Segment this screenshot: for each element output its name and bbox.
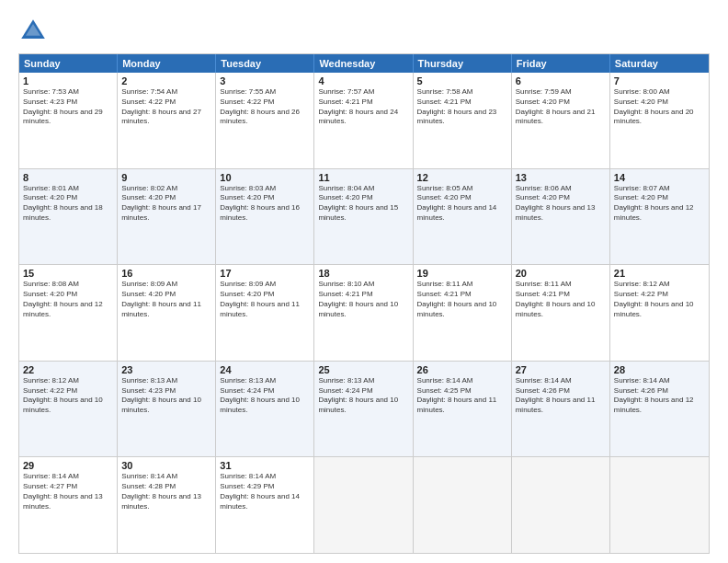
cell-info: Sunrise: 8:13 AMSunset: 4:23 PMDaylight:… (121, 376, 211, 416)
calendar-cell: 19Sunrise: 8:11 AMSunset: 4:21 PMDayligh… (414, 265, 512, 361)
day-number: 29 (23, 460, 113, 471)
calendar-cell (414, 457, 512, 553)
cell-info: Sunrise: 8:11 AMSunset: 4:21 PMDaylight:… (417, 280, 507, 319)
cell-info: Sunrise: 8:10 AMSunset: 4:21 PMDaylight:… (318, 280, 408, 319)
cell-info: Sunrise: 7:53 AMSunset: 4:23 PMDaylight:… (23, 87, 113, 127)
day-number: 14 (614, 172, 705, 183)
calendar-cell: 22Sunrise: 8:12 AMSunset: 4:22 PMDayligh… (19, 362, 118, 457)
calendar-cell: 30Sunrise: 8:14 AMSunset: 4:28 PMDayligh… (118, 457, 216, 553)
day-number: 22 (23, 364, 113, 375)
cell-info: Sunrise: 8:06 AMSunset: 4:20 PMDaylight:… (516, 184, 606, 224)
header (18, 17, 710, 46)
cell-info: Sunrise: 8:14 AMSunset: 4:25 PMDaylight:… (417, 376, 507, 416)
day-number: 7 (614, 75, 705, 86)
calendar-cell: 7Sunrise: 8:00 AMSunset: 4:20 PMDaylight… (610, 73, 709, 168)
logo (18, 17, 51, 46)
calendar-cell: 9Sunrise: 8:02 AMSunset: 4:20 PMDaylight… (118, 169, 216, 265)
cell-info: Sunrise: 8:07 AMSunset: 4:20 PMDaylight:… (614, 184, 705, 224)
calendar-cell: 16Sunrise: 8:09 AMSunset: 4:20 PMDayligh… (118, 265, 216, 361)
calendar-cell (314, 457, 413, 553)
cell-info: Sunrise: 8:02 AMSunset: 4:20 PMDaylight:… (121, 184, 211, 224)
cell-info: Sunrise: 8:05 AMSunset: 4:20 PMDaylight:… (417, 184, 507, 224)
day-number: 19 (417, 268, 507, 279)
calendar-cell: 10Sunrise: 8:03 AMSunset: 4:20 PMDayligh… (216, 169, 314, 265)
day-number: 4 (318, 75, 408, 86)
calendar-row: 22Sunrise: 8:12 AMSunset: 4:22 PMDayligh… (19, 362, 709, 458)
calendar-cell: 18Sunrise: 8:10 AMSunset: 4:21 PMDayligh… (314, 265, 413, 361)
calendar-cell: 13Sunrise: 8:06 AMSunset: 4:20 PMDayligh… (512, 169, 610, 265)
calendar-cell: 2Sunrise: 7:54 AMSunset: 4:22 PMDaylight… (118, 73, 216, 168)
calendar-cell: 11Sunrise: 8:04 AMSunset: 4:20 PMDayligh… (314, 169, 413, 265)
calendar-cell: 14Sunrise: 8:07 AMSunset: 4:20 PMDayligh… (610, 169, 709, 265)
cell-info: Sunrise: 8:13 AMSunset: 4:24 PMDaylight:… (220, 376, 310, 416)
calendar-row: 1Sunrise: 7:53 AMSunset: 4:23 PMDaylight… (19, 73, 709, 169)
day-number: 9 (121, 172, 211, 183)
cell-info: Sunrise: 8:13 AMSunset: 4:24 PMDaylight:… (318, 376, 408, 416)
calendar-cell: 12Sunrise: 8:05 AMSunset: 4:20 PMDayligh… (414, 169, 512, 265)
day-number: 2 (121, 75, 211, 86)
calendar-cell: 23Sunrise: 8:13 AMSunset: 4:23 PMDayligh… (118, 362, 216, 457)
cell-info: Sunrise: 8:14 AMSunset: 4:27 PMDaylight:… (23, 472, 113, 511)
cell-info: Sunrise: 8:04 AMSunset: 4:20 PMDaylight:… (318, 184, 408, 224)
cell-info: Sunrise: 8:14 AMSunset: 4:26 PMDaylight:… (516, 376, 606, 416)
calendar-cell: 4Sunrise: 7:57 AMSunset: 4:21 PMDaylight… (314, 73, 413, 168)
day-number: 28 (614, 364, 705, 375)
calendar-cell: 25Sunrise: 8:13 AMSunset: 4:24 PMDayligh… (314, 362, 413, 457)
weekday-header: Monday (118, 54, 216, 73)
calendar-cell: 29Sunrise: 8:14 AMSunset: 4:27 PMDayligh… (19, 457, 118, 553)
cell-info: Sunrise: 8:11 AMSunset: 4:21 PMDaylight:… (516, 280, 606, 319)
day-number: 30 (121, 460, 211, 471)
cell-info: Sunrise: 8:14 AMSunset: 4:26 PMDaylight:… (614, 376, 705, 416)
day-number: 20 (516, 268, 606, 279)
cell-info: Sunrise: 8:12 AMSunset: 4:22 PMDaylight:… (23, 376, 113, 416)
cell-info: Sunrise: 7:55 AMSunset: 4:22 PMDaylight:… (220, 87, 310, 127)
weekday-header: Sunday (19, 54, 118, 73)
cell-info: Sunrise: 8:14 AMSunset: 4:28 PMDaylight:… (121, 472, 211, 511)
day-number: 8 (23, 172, 113, 183)
cell-info: Sunrise: 7:58 AMSunset: 4:21 PMDaylight:… (417, 87, 507, 127)
calendar-cell: 6Sunrise: 7:59 AMSunset: 4:20 PMDaylight… (512, 73, 610, 168)
calendar-cell: 17Sunrise: 8:09 AMSunset: 4:20 PMDayligh… (216, 265, 314, 361)
cell-info: Sunrise: 7:57 AMSunset: 4:21 PMDaylight:… (318, 87, 408, 127)
calendar-cell: 26Sunrise: 8:14 AMSunset: 4:25 PMDayligh… (414, 362, 512, 457)
day-number: 23 (121, 364, 211, 375)
day-number: 16 (121, 268, 211, 279)
cell-info: Sunrise: 7:59 AMSunset: 4:20 PMDaylight:… (516, 87, 606, 127)
day-number: 6 (516, 75, 606, 86)
calendar-cell: 3Sunrise: 7:55 AMSunset: 4:22 PMDaylight… (216, 73, 314, 168)
calendar-cell: 27Sunrise: 8:14 AMSunset: 4:26 PMDayligh… (512, 362, 610, 457)
day-number: 24 (220, 364, 310, 375)
calendar-row: 8Sunrise: 8:01 AMSunset: 4:20 PMDaylight… (19, 169, 709, 266)
cell-info: Sunrise: 8:01 AMSunset: 4:20 PMDaylight:… (23, 184, 113, 224)
day-number: 26 (417, 364, 507, 375)
weekday-header: Thursday (414, 54, 512, 73)
calendar-row: 29Sunrise: 8:14 AMSunset: 4:27 PMDayligh… (19, 457, 709, 553)
cell-info: Sunrise: 8:09 AMSunset: 4:20 PMDaylight:… (220, 280, 310, 319)
day-number: 5 (417, 75, 507, 86)
calendar: SundayMondayTuesdayWednesdayThursdayFrid… (18, 53, 710, 554)
calendar-cell: 28Sunrise: 8:14 AMSunset: 4:26 PMDayligh… (610, 362, 709, 457)
calendar-cell: 31Sunrise: 8:14 AMSunset: 4:29 PMDayligh… (216, 457, 314, 553)
day-number: 10 (220, 172, 310, 183)
calendar-cell: 21Sunrise: 8:12 AMSunset: 4:22 PMDayligh… (610, 265, 709, 361)
cell-info: Sunrise: 8:00 AMSunset: 4:20 PMDaylight:… (614, 87, 705, 127)
day-number: 13 (516, 172, 606, 183)
calendar-header: SundayMondayTuesdayWednesdayThursdayFrid… (19, 54, 709, 73)
calendar-cell (610, 457, 709, 553)
day-number: 11 (318, 172, 408, 183)
calendar-row: 15Sunrise: 8:08 AMSunset: 4:20 PMDayligh… (19, 265, 709, 362)
day-number: 3 (220, 75, 310, 86)
weekday-header: Friday (512, 54, 610, 73)
day-number: 1 (23, 75, 113, 86)
calendar-cell: 5Sunrise: 7:58 AMSunset: 4:21 PMDaylight… (414, 73, 512, 168)
cell-info: Sunrise: 7:54 AMSunset: 4:22 PMDaylight:… (121, 87, 211, 127)
day-number: 17 (220, 268, 310, 279)
day-number: 15 (23, 268, 113, 279)
weekday-header: Saturday (610, 54, 709, 73)
calendar-cell: 20Sunrise: 8:11 AMSunset: 4:21 PMDayligh… (512, 265, 610, 361)
cell-info: Sunrise: 8:12 AMSunset: 4:22 PMDaylight:… (614, 280, 705, 319)
day-number: 27 (516, 364, 606, 375)
calendar-cell (512, 457, 610, 553)
cell-info: Sunrise: 8:08 AMSunset: 4:20 PMDaylight:… (23, 280, 113, 319)
calendar-cell: 15Sunrise: 8:08 AMSunset: 4:20 PMDayligh… (19, 265, 118, 361)
